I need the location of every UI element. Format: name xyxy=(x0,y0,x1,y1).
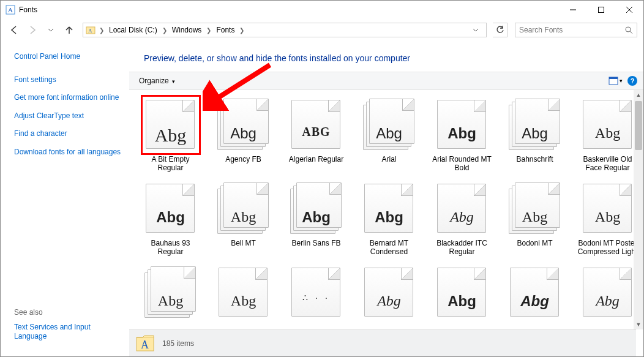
font-thumbnail: Abg xyxy=(144,266,197,319)
font-label: Bernard MT Condensed xyxy=(356,239,422,257)
scrollbar-thumb[interactable] xyxy=(635,101,642,150)
maximize-button[interactable] xyxy=(587,1,615,19)
font-item[interactable]: AbgA Bit Empty Regular xyxy=(135,96,206,175)
breadcrumb-item[interactable]: Fonts xyxy=(215,26,236,34)
minimize-button[interactable] xyxy=(559,1,587,19)
search-icon[interactable] xyxy=(624,26,633,34)
window-title: Fonts xyxy=(19,6,37,14)
sidebar-see-also-link[interactable]: Text Services and Input Language xyxy=(14,323,123,342)
title-bar: A Fonts xyxy=(1,1,643,19)
font-thumbnail: Abg xyxy=(582,99,634,151)
font-sample: Abg xyxy=(582,293,634,309)
font-item[interactable]: AbgBahnschrift xyxy=(500,96,570,175)
font-item[interactable]: AbgBauhaus 93 Regular xyxy=(135,180,206,259)
address-dropdown-icon[interactable] xyxy=(473,27,484,33)
scroll-up-icon[interactable]: ▲ xyxy=(634,90,643,100)
font-item[interactable]: ABGAlgerian Regular xyxy=(281,96,351,175)
status-count: 185 items xyxy=(162,339,194,348)
font-item[interactable]: ∴ · · xyxy=(281,264,351,325)
font-sample: Abg xyxy=(290,209,343,226)
font-thumbnail: Abg xyxy=(144,99,197,151)
font-label: Algerian Regular xyxy=(289,155,343,163)
chevron-right-icon[interactable]: ❯ xyxy=(98,27,105,34)
font-label: Arial Rounded MT Bold xyxy=(429,155,495,173)
font-sample: Abg xyxy=(436,293,489,310)
view-options-button[interactable]: ▾ xyxy=(608,77,623,85)
font-item[interactable]: AbgArial Rounded MT Bold xyxy=(427,96,497,175)
vertical-scrollbar[interactable]: ▲ ▼ xyxy=(634,90,643,329)
font-item[interactable]: AbgAgency FB xyxy=(208,96,279,175)
close-button[interactable] xyxy=(615,1,643,19)
up-button[interactable] xyxy=(62,23,77,37)
font-label: Agency FB xyxy=(225,155,261,163)
search-box[interactable] xyxy=(515,23,637,37)
font-label: Bodoni MT Poster Compressed Light xyxy=(575,239,640,257)
forward-button[interactable] xyxy=(25,23,40,37)
font-item[interactable]: Abg xyxy=(354,264,424,325)
font-item[interactable]: AbgBell MT xyxy=(208,180,279,259)
font-item[interactable]: AbgBerlin Sans FB xyxy=(281,180,351,259)
search-input[interactable] xyxy=(519,26,624,34)
chevron-right-icon[interactable]: ❯ xyxy=(161,27,168,34)
font-item[interactable]: AbgBodoni MT Poster Compressed Light xyxy=(572,180,643,259)
recent-dropdown-icon[interactable] xyxy=(43,23,58,37)
font-item[interactable]: Abg xyxy=(208,264,279,325)
scroll-down-icon[interactable]: ▼ xyxy=(634,320,643,329)
font-sample: Abg xyxy=(436,209,489,225)
fonts-folder-large-icon: A xyxy=(135,334,155,353)
svg-rect-11 xyxy=(609,77,618,79)
breadcrumb-item[interactable]: Local Disk (C:) xyxy=(108,26,159,34)
font-label: A Bit Empty Regular xyxy=(138,155,203,173)
organize-label: Organize xyxy=(139,77,169,85)
font-grid: AbgA Bit Empty RegularAbgAgency FBABGAlg… xyxy=(135,96,643,325)
chevron-right-icon[interactable]: ❯ xyxy=(205,27,212,34)
font-item[interactable]: Abg xyxy=(500,264,570,325)
font-thumbnail: Abg xyxy=(363,99,416,151)
sidebar-link-more-info[interactable]: Get more font information online xyxy=(14,93,123,103)
font-item[interactable]: Abg xyxy=(135,264,206,325)
sidebar-link-find-character[interactable]: Find a character xyxy=(14,129,123,139)
font-thumbnail: Abg xyxy=(436,182,489,235)
sidebar: Control Panel Home Font settings Get mor… xyxy=(1,41,129,356)
font-sample: Abg xyxy=(582,209,634,225)
page-heading: Preview, delete, or show and hide the fo… xyxy=(129,41,643,72)
organize-menu[interactable]: Organize ▾ xyxy=(135,75,179,86)
font-item[interactable]: Abg xyxy=(427,264,497,325)
sidebar-link-cleartype[interactable]: Adjust ClearType text xyxy=(14,111,123,121)
font-sample: Abg xyxy=(144,209,197,226)
refresh-button[interactable] xyxy=(493,23,507,37)
breadcrumb-item[interactable]: Windows xyxy=(171,26,203,34)
font-label: Baskerville Old Face Regular xyxy=(575,155,640,173)
font-sample: Abg xyxy=(144,125,197,146)
font-thumbnail: Abg xyxy=(509,266,561,319)
font-thumbnail: ABG xyxy=(290,99,343,151)
font-item[interactable]: Abg xyxy=(572,264,643,325)
fonts-app-icon: A xyxy=(6,5,15,15)
font-item[interactable]: AbgArial xyxy=(354,96,424,175)
address-bar[interactable]: A ❯ Local Disk (C:) ❯ Windows ❯ Fonts ❯ xyxy=(83,23,487,37)
font-thumbnail: Abg xyxy=(509,182,561,235)
view-icon xyxy=(608,77,618,85)
status-bar: A 185 items xyxy=(129,329,636,356)
font-item[interactable]: AbgBernard MT Condensed xyxy=(354,180,424,259)
back-button[interactable] xyxy=(7,23,21,37)
font-thumbnail: Abg xyxy=(144,182,197,235)
font-label: Bauhaus 93 Regular xyxy=(138,239,203,257)
font-sample: Abg xyxy=(582,125,634,141)
chevron-down-icon: ▾ xyxy=(620,78,623,84)
sidebar-link-font-settings[interactable]: Font settings xyxy=(14,75,123,85)
font-item[interactable]: AbgBaskerville Old Face Regular xyxy=(572,96,643,175)
font-label: Blackadder ITC Regular xyxy=(429,239,495,257)
svg-text:A: A xyxy=(141,339,149,351)
font-item[interactable]: AbgBlackadder ITC Regular xyxy=(427,180,497,259)
help-button[interactable]: ? xyxy=(627,76,637,86)
font-sample: Abg xyxy=(509,293,561,310)
font-sample: ABG xyxy=(290,125,343,139)
font-sample: Abg xyxy=(217,209,270,225)
chevron-right-icon[interactable]: ❯ xyxy=(238,27,245,34)
sidebar-home-link[interactable]: Control Panel Home xyxy=(14,52,123,62)
font-thumbnail: Abg xyxy=(582,266,634,319)
sidebar-link-download[interactable]: Download fonts for all languages xyxy=(14,148,123,157)
font-sample: Abg xyxy=(509,209,561,225)
font-item[interactable]: AbgBodoni MT xyxy=(500,180,570,259)
